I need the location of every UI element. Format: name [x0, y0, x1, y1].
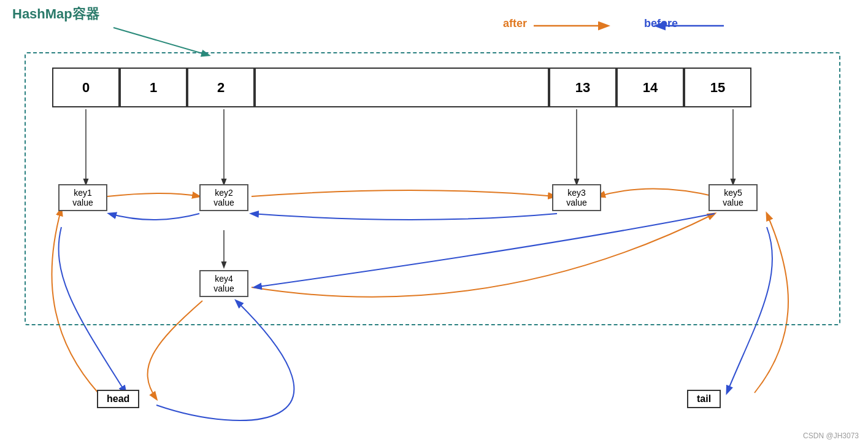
node-key5: key5 value [709, 184, 758, 211]
array-row: 0 1 2 13 14 15 [52, 68, 751, 107]
node-key1: key1 value [58, 184, 107, 211]
node-key5-value: value [716, 198, 750, 207]
node-key5-label: key5 [716, 188, 750, 198]
watermark: CSDN @JH3073 [803, 431, 859, 440]
hashmap-title: HashMap容器 [12, 5, 99, 23]
head-label: head [107, 393, 129, 404]
array-cell-14: 14 [616, 68, 684, 107]
node-key1-label: key1 [66, 188, 100, 198]
before-label: before [644, 17, 678, 30]
head-box: head [97, 390, 139, 408]
legend-before: before [644, 17, 678, 30]
node-key3-label: key3 [559, 188, 594, 198]
node-key2-value: value [207, 198, 241, 207]
node-key3-value: value [559, 198, 594, 207]
array-cell-dots [255, 68, 549, 107]
node-key3: key3 value [552, 184, 601, 211]
after-label: after [503, 17, 527, 30]
node-key1-value: value [66, 198, 100, 207]
tail-box: tail [687, 390, 721, 408]
node-key2: key2 value [199, 184, 248, 211]
node-key4-value: value [207, 284, 241, 293]
legend-after: after [503, 17, 527, 30]
array-cell-15: 15 [684, 68, 751, 107]
array-cell-13: 13 [549, 68, 616, 107]
node-key2-label: key2 [207, 188, 241, 198]
node-key4: key4 value [199, 270, 248, 297]
node-key4-label: key4 [207, 274, 241, 284]
tail-label: tail [697, 393, 711, 404]
array-cell-1: 1 [120, 68, 187, 107]
array-cell-0: 0 [52, 68, 120, 107]
array-cell-2: 2 [187, 68, 255, 107]
